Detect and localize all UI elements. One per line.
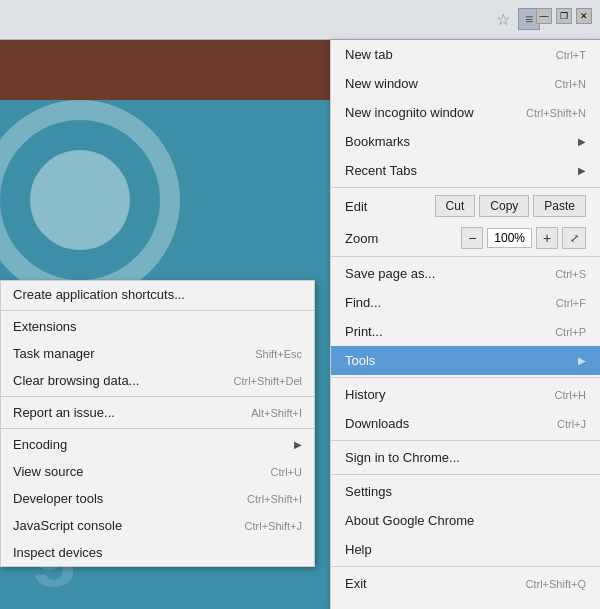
inspect-devices-item[interactable]: Inspect devices [1,539,314,566]
tools-item[interactable]: Tools ▶ [331,346,600,375]
exit-label: Exit [345,576,367,591]
bookmark-star-icon[interactable]: ☆ [496,10,510,29]
separator-signin [331,440,600,441]
downloads-label: Downloads [345,416,409,431]
task-manager-item[interactable]: Task manager Shift+Esc [1,340,314,367]
edit-label: Edit [345,199,431,214]
new-window-shortcut: Ctrl+N [555,78,586,90]
report-issue-label: Report an issue... [13,405,115,420]
separator-history [331,377,600,378]
new-incognito-item[interactable]: New incognito window Ctrl+Shift+N [331,98,600,127]
separator-exit [331,566,600,567]
new-incognito-label: New incognito window [345,105,474,120]
new-window-item[interactable]: New window Ctrl+N [331,69,600,98]
inspect-devices-label: Inspect devices [13,545,103,560]
toolbar-icons: ☆ ≡ [496,8,540,30]
zoom-row: Zoom − 100% + ⤢ [331,222,600,254]
create-shortcuts-label: Create application shortcuts... [13,287,185,302]
cut-button[interactable]: Cut [435,195,476,217]
history-item[interactable]: History Ctrl+H [331,380,600,409]
javascript-console-label: JavaScript console [13,518,122,533]
find-label: Find... [345,295,381,310]
downloads-shortcut: Ctrl+J [557,418,586,430]
separator-3 [1,428,314,429]
find-item[interactable]: Find... Ctrl+F [331,288,600,317]
new-tab-item[interactable]: New tab Ctrl+T [331,40,600,69]
task-manager-shortcut: Shift+Esc [255,348,302,360]
history-shortcut: Ctrl+H [555,389,586,401]
view-source-shortcut: Ctrl+U [271,466,302,478]
separator-1 [1,310,314,311]
window-controls: — ❐ ✕ [536,8,592,24]
bookmarks-label: Bookmarks [345,134,410,149]
extensions-item[interactable]: Extensions [1,313,314,340]
gear-inner-decoration [30,150,130,250]
new-tab-shortcut: Ctrl+T [556,49,586,61]
clear-browsing-item[interactable]: Clear browsing data... Ctrl+Shift+Del [1,367,314,394]
page-header-bar [0,40,330,100]
history-label: History [345,387,385,402]
zoom-label: Zoom [345,231,457,246]
recent-tabs-label: Recent Tabs [345,163,417,178]
downloads-item[interactable]: Downloads Ctrl+J [331,409,600,438]
clear-browsing-label: Clear browsing data... [13,373,139,388]
restore-button[interactable]: ❐ [556,8,572,24]
print-shortcut: Ctrl+P [555,326,586,338]
report-issue-item[interactable]: Report an issue... Alt+Shift+I [1,399,314,426]
javascript-console-shortcut: Ctrl+Shift+J [245,520,302,532]
view-source-item[interactable]: View source Ctrl+U [1,458,314,485]
exit-item[interactable]: Exit Ctrl+Shift+Q [331,569,600,598]
print-item[interactable]: Print... Ctrl+P [331,317,600,346]
exit-shortcut: Ctrl+Shift+Q [525,578,586,590]
create-shortcuts-item[interactable]: Create application shortcuts... [1,281,314,308]
minimize-button[interactable]: — [536,8,552,24]
bookmarks-item[interactable]: Bookmarks ▶ [331,127,600,156]
separator-edit [331,187,600,188]
developer-tools-item[interactable]: Developer tools Ctrl+Shift+I [1,485,314,512]
help-item[interactable]: Help [331,535,600,564]
find-shortcut: Ctrl+F [556,297,586,309]
save-page-shortcut: Ctrl+S [555,268,586,280]
separator-save [331,256,600,257]
separator-2 [1,396,314,397]
separator-settings [331,474,600,475]
save-page-item[interactable]: Save page as... Ctrl+S [331,259,600,288]
bookmarks-arrow-icon: ▶ [578,136,586,147]
zoom-out-button[interactable]: − [461,227,483,249]
fullscreen-button[interactable]: ⤢ [562,227,586,249]
javascript-console-item[interactable]: JavaScript console Ctrl+Shift+J [1,512,314,539]
new-incognito-shortcut: Ctrl+Shift+N [526,107,586,119]
recent-tabs-item[interactable]: Recent Tabs ▶ [331,156,600,185]
developer-tools-label: Developer tools [13,491,103,506]
report-issue-shortcut: Alt+Shift+I [251,407,302,419]
print-label: Print... [345,324,383,339]
encoding-arrow-icon: ▶ [294,439,302,450]
browser-chrome: ☆ ≡ — ❐ ✕ [0,0,600,40]
task-manager-label: Task manager [13,346,95,361]
encoding-label: Encoding [13,437,67,452]
clear-browsing-shortcut: Ctrl+Shift+Del [234,375,302,387]
edit-row: Edit Cut Copy Paste [331,190,600,222]
help-label: Help [345,542,372,557]
new-tab-label: New tab [345,47,393,62]
zoom-value-display: 100% [487,228,532,248]
paste-button[interactable]: Paste [533,195,586,217]
signin-label: Sign in to Chrome... [345,450,460,465]
recent-tabs-arrow-icon: ▶ [578,165,586,176]
copy-button[interactable]: Copy [479,195,529,217]
save-page-label: Save page as... [345,266,435,281]
about-label: About Google Chrome [345,513,474,528]
tools-submenu: Create application shortcuts... Extensio… [0,280,315,567]
new-window-label: New window [345,76,418,91]
close-button[interactable]: ✕ [576,8,592,24]
settings-item[interactable]: Settings [331,477,600,506]
about-item[interactable]: About Google Chrome [331,506,600,535]
developer-tools-shortcut: Ctrl+Shift+I [247,493,302,505]
tools-arrow-icon: ▶ [578,355,586,366]
zoom-in-button[interactable]: + [536,227,558,249]
chrome-main-menu: New tab Ctrl+T New window Ctrl+N New inc… [330,40,600,609]
encoding-item[interactable]: Encoding ▶ [1,431,314,458]
signin-item[interactable]: Sign in to Chrome... [331,443,600,472]
settings-label: Settings [345,484,392,499]
view-source-label: View source [13,464,84,479]
